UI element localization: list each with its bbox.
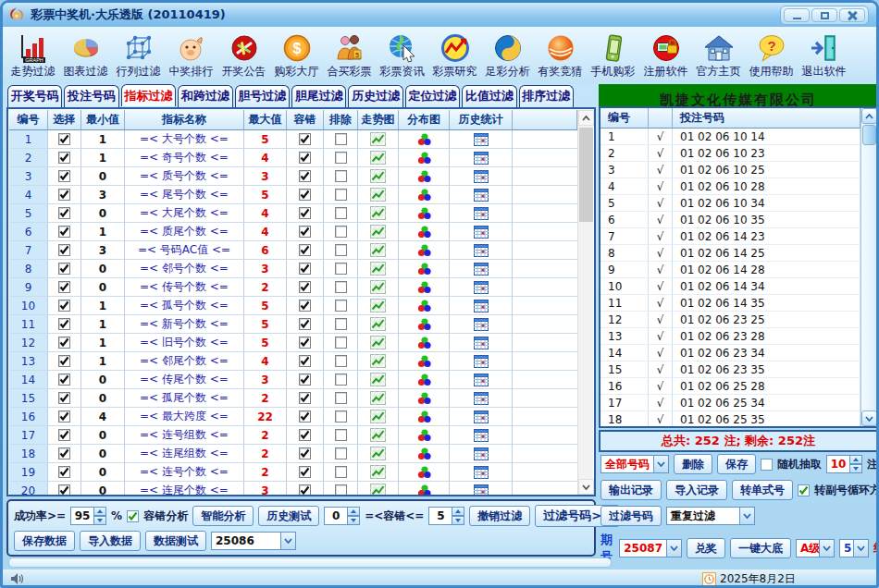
output-record-button[interactable]: 输出记录 [600, 480, 662, 500]
save-data-button[interactable]: 保存数据 [14, 531, 75, 551]
history-stats-button[interactable] [450, 371, 513, 389]
trend-chart-button[interactable] [358, 371, 399, 389]
convert-single-button[interactable]: 转单式号 [732, 480, 793, 500]
bet-row[interactable]: 18√01 02 06 25 35 [600, 411, 860, 428]
tolerance-checkbox[interactable] [299, 337, 311, 349]
bet-row[interactable]: 3√01 02 06 10 25 [600, 162, 860, 178]
history-stats-button[interactable] [450, 426, 513, 445]
history-stats-button[interactable] [450, 260, 513, 278]
scroll-down-icon[interactable] [861, 410, 877, 426]
trend-chart-button[interactable] [358, 463, 399, 482]
toolbar-item-help-bubble[interactable]: ?使用帮助 [745, 29, 798, 84]
bet-row[interactable]: 2√01 02 06 10 23 [600, 145, 860, 162]
select-checkbox[interactable] [58, 447, 70, 459]
exclude-checkbox[interactable] [335, 392, 347, 404]
undo-filter-button[interactable]: 撤销过滤 [469, 506, 530, 526]
trend-chart-button[interactable] [358, 260, 399, 278]
select-checkbox[interactable] [58, 133, 70, 145]
bet-row[interactable]: 13√01 02 06 23 28 [600, 328, 860, 345]
select-checkbox[interactable] [58, 374, 70, 386]
exclude-checkbox[interactable] [335, 466, 347, 478]
distribution-chart-button[interactable] [399, 371, 450, 389]
tolerance-checkbox[interactable] [299, 355, 311, 367]
distribution-chart-button[interactable] [399, 130, 450, 149]
distribution-chart-button[interactable] [399, 204, 450, 223]
select-checkbox[interactable] [58, 484, 70, 495]
bet-row[interactable]: 4√01 02 06 10 28 [600, 178, 860, 195]
history-stats-button[interactable] [450, 130, 513, 149]
tab-1[interactable]: 投注号码 [64, 85, 118, 107]
select-checkbox[interactable] [58, 226, 70, 238]
history-stats-button[interactable] [450, 389, 513, 408]
history-test-button[interactable]: 历史测试 [258, 506, 319, 526]
exclude-checkbox[interactable] [335, 281, 347, 293]
scroll-up-icon[interactable] [578, 110, 594, 126]
distribution-chart-button[interactable] [399, 315, 450, 334]
trend-chart-button[interactable] [358, 186, 399, 204]
random-pick-checkbox[interactable] [761, 459, 773, 471]
tolerance-checkbox[interactable] [299, 133, 311, 145]
distribution-chart-button[interactable] [399, 149, 450, 167]
exclude-checkbox[interactable] [335, 374, 347, 386]
exclude-checkbox[interactable] [335, 429, 347, 441]
distribution-chart-button[interactable] [399, 186, 450, 204]
exclude-checkbox[interactable] [335, 300, 347, 312]
bet-row[interactable]: 12√01 02 06 23 25 [600, 312, 860, 328]
tolerance-checkbox[interactable] [299, 410, 311, 423]
trend-chart-button[interactable] [358, 482, 399, 495]
maximize-button[interactable] [811, 8, 837, 22]
tolerance-checkbox[interactable] [299, 263, 311, 275]
trend-chart-button[interactable] [358, 297, 399, 315]
select-checkbox[interactable] [58, 410, 70, 423]
select-checkbox[interactable] [58, 429, 70, 441]
tolerance-checkbox[interactable] [299, 281, 311, 293]
bet-row[interactable]: 8√01 02 06 14 25 [600, 245, 860, 262]
bet-row[interactable]: 5√01 02 06 10 34 [600, 195, 860, 212]
history-stats-button[interactable] [450, 463, 513, 482]
bet-row[interactable]: 15√01 02 06 23 35 [600, 361, 860, 378]
bet-list-scrollbar[interactable] [860, 108, 876, 426]
trend-chart-button[interactable] [358, 204, 399, 223]
toolbar-item-exit-door[interactable]: 退出软件 [798, 29, 850, 84]
distribution-chart-button[interactable] [399, 408, 450, 426]
history-stats-button[interactable] [450, 186, 513, 204]
select-checkbox[interactable] [58, 281, 70, 293]
distribution-chart-button[interactable] [399, 426, 450, 445]
exclude-checkbox[interactable] [335, 484, 347, 495]
tab-7[interactable]: 定位过滤 [405, 85, 460, 107]
tolerance-checkbox[interactable] [299, 152, 311, 164]
toolbar-item-trend-graph[interactable]: GRAPH走势过滤 [6, 29, 59, 84]
distribution-chart-button[interactable] [399, 352, 450, 371]
toolbar-item-announcement[interactable]: 开奖公告 [217, 29, 270, 84]
scroll-thumb[interactable] [862, 125, 876, 145]
exclude-checkbox[interactable] [335, 447, 347, 459]
repeat-filter-select[interactable]: 重复过滤 [666, 507, 755, 525]
redeem-button[interactable]: 兑奖 [687, 538, 725, 558]
tolerance-checkbox[interactable] [299, 189, 311, 201]
tab-4[interactable]: 胆号过滤 [235, 85, 290, 107]
history-stats-button[interactable] [450, 223, 513, 241]
speaker-icon[interactable] [10, 572, 25, 585]
trend-chart-button[interactable] [358, 167, 399, 186]
scroll-down-icon[interactable] [578, 479, 594, 495]
distribution-chart-button[interactable] [399, 167, 450, 186]
history-stats-button[interactable] [450, 445, 513, 463]
minimize-button[interactable] [784, 8, 810, 22]
tab-6[interactable]: 历史过滤 [348, 85, 402, 107]
toolbar-item-group-buy[interactable]: 5合买彩票 [323, 29, 376, 84]
tolerance-checkbox[interactable] [299, 429, 311, 441]
bet-row[interactable]: 14√01 02 06 23 34 [600, 345, 860, 361]
tolerance-checkbox[interactable] [299, 374, 311, 386]
import-data-button[interactable]: 导入数据 [80, 531, 141, 551]
bet-row[interactable]: 1√01 02 06 10 14 [600, 129, 860, 145]
indicator-scrollbar[interactable] [577, 110, 593, 495]
toolbar-item-pie-chart[interactable]: 图表过滤 [59, 29, 112, 84]
exclude-checkbox[interactable] [335, 152, 347, 164]
tolerance-checkbox[interactable] [299, 484, 311, 495]
tab-2[interactable]: 指标过滤 [121, 84, 176, 106]
toolbar-item-prize-ball[interactable]: 有奖竞猜 [534, 29, 587, 84]
bet-row[interactable]: 10√01 02 06 14 34 [600, 278, 860, 295]
tolerance-checkbox[interactable] [299, 170, 311, 182]
toolbar-item-coin[interactable]: $购彩大厅 [270, 29, 323, 84]
toolbar-item-mobile-phone[interactable]: 手机购彩 [587, 29, 639, 84]
